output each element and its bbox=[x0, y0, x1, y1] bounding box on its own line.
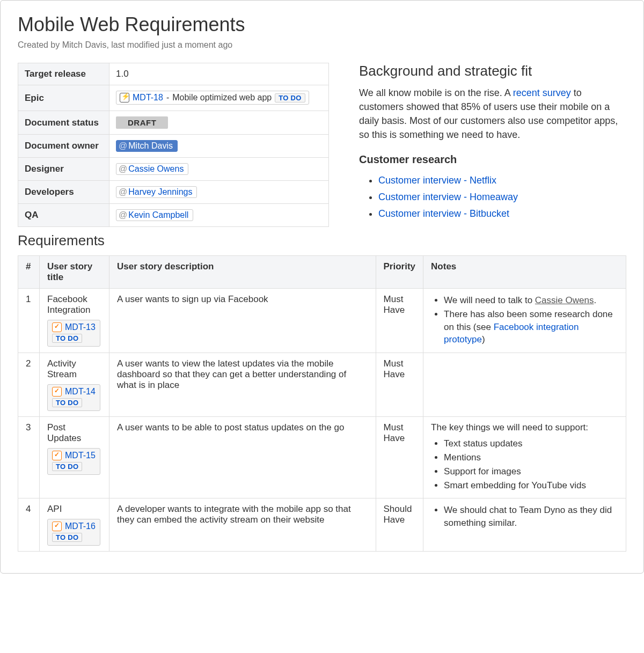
issue-status: TO DO bbox=[52, 462, 82, 471]
row-title: APIMDT-16TO DO bbox=[40, 498, 109, 552]
issue-key: MDT-16 bbox=[65, 522, 96, 531]
table-row: 2Activity StreamMDT-14TO DOA user wants … bbox=[18, 353, 626, 417]
research-list: Customer interview - Netflix Customer in… bbox=[359, 172, 626, 222]
story-issue-pill[interactable]: MDT-14TO DO bbox=[47, 384, 100, 411]
background-heading: Background and strategic fit bbox=[359, 63, 626, 79]
issue-key: MDT-15 bbox=[65, 451, 96, 460]
row-desc: A developer wants to integrate with the … bbox=[109, 498, 376, 552]
row-notes: We should chat to Team Dyno as they did … bbox=[423, 498, 626, 552]
research-heading: Customer research bbox=[359, 153, 626, 166]
mention-owner[interactable]: @ Mitch Davis bbox=[116, 140, 178, 152]
story-icon bbox=[52, 451, 62, 460]
row-title: Facebook IntegrationMDT-13TO DO bbox=[40, 289, 109, 353]
epic-key: MDT-18 bbox=[133, 93, 163, 102]
research-link[interactable]: Customer interview - Homeaway bbox=[378, 192, 518, 202]
list-item: Support for images bbox=[444, 465, 618, 478]
person-mention[interactable]: Cassie Owens bbox=[535, 295, 594, 305]
row-title: Post UpdatesMDT-15TO DO bbox=[40, 417, 109, 498]
mention-qa[interactable]: @ Kevin Campbell bbox=[116, 209, 193, 221]
row-priority: Should Have bbox=[376, 498, 423, 552]
meta-label-doc-owner: Document owner bbox=[18, 135, 109, 158]
meta-value-target-release: 1.0 bbox=[109, 63, 329, 85]
at-icon: @ bbox=[119, 164, 127, 174]
col-title: User story title bbox=[40, 256, 109, 289]
at-icon: @ bbox=[119, 187, 127, 197]
table-row: 4APIMDT-16TO DOA developer wants to inte… bbox=[18, 498, 626, 552]
row-priority: Must Have bbox=[376, 289, 423, 353]
epic-summary: Mobile optimized web app bbox=[172, 93, 272, 102]
story-issue-pill[interactable]: MDT-16TO DO bbox=[47, 519, 100, 546]
meta-label-developers: Developers bbox=[18, 181, 109, 204]
row-desc: A user wants to view the latest updates … bbox=[109, 353, 376, 417]
issue-key: MDT-13 bbox=[65, 322, 96, 332]
background-paragraph: We all know mobile is on the rise. A rec… bbox=[359, 86, 626, 142]
row-desc: A user wants to sign up via Facebook bbox=[109, 289, 376, 353]
story-icon bbox=[52, 387, 62, 397]
mention-designer[interactable]: @ Cassie Owens bbox=[116, 163, 188, 175]
col-notes: Notes bbox=[423, 256, 626, 289]
requirements-table: # User story title User story descriptio… bbox=[18, 255, 626, 552]
at-icon: @ bbox=[119, 210, 127, 220]
meta-label-target-release: Target release bbox=[18, 63, 109, 85]
epic-issue-pill[interactable]: MDT-18 - Mobile optimized web app TO DO bbox=[116, 91, 309, 105]
list-item: Text status updates bbox=[444, 437, 618, 450]
metadata-table: Target release 1.0 Epic MDT-18 - Mobile … bbox=[18, 63, 329, 227]
epic-icon bbox=[120, 93, 129, 102]
col-num: # bbox=[18, 256, 40, 289]
research-link[interactable]: Customer interview - Netflix bbox=[378, 175, 496, 186]
row-notes: The key things we will need to support:T… bbox=[423, 417, 626, 498]
doc-status-badge: DRAFT bbox=[116, 116, 168, 129]
meta-label-epic: Epic bbox=[18, 85, 109, 111]
meta-label-doc-status: Document status bbox=[18, 111, 109, 135]
list-item: We will need to talk to Cassie Owens. bbox=[444, 294, 618, 307]
mention-developer[interactable]: @ Harvey Jennings bbox=[116, 186, 197, 198]
story-icon bbox=[52, 522, 62, 531]
list-item: There has also been some research done o… bbox=[444, 308, 618, 346]
row-num: 4 bbox=[18, 498, 40, 552]
row-priority: Must Have bbox=[376, 353, 423, 417]
row-title: Activity StreamMDT-14TO DO bbox=[40, 353, 109, 417]
epic-status: TO DO bbox=[275, 93, 305, 102]
row-priority: Must Have bbox=[376, 417, 423, 498]
issue-status: TO DO bbox=[52, 334, 82, 343]
meta-label-qa: QA bbox=[18, 204, 109, 227]
row-num: 1 bbox=[18, 289, 40, 353]
table-row: 1Facebook IntegrationMDT-13TO DOA user w… bbox=[18, 289, 626, 353]
byline: Created by Mitch Davis, last modified ju… bbox=[18, 40, 626, 50]
row-num: 3 bbox=[18, 417, 40, 498]
story-issue-pill[interactable]: MDT-15TO DO bbox=[47, 448, 100, 475]
row-num: 2 bbox=[18, 353, 40, 417]
page-title: Mobile Web Requirements bbox=[18, 13, 626, 36]
list-item: We should chat to Team Dyno as they did … bbox=[444, 504, 618, 530]
row-notes: We will need to talk to Cassie Owens.The… bbox=[423, 289, 626, 353]
story-issue-pill[interactable]: MDT-13TO DO bbox=[47, 320, 100, 347]
col-priority: Priority bbox=[376, 256, 423, 289]
issue-status: TO DO bbox=[52, 398, 82, 407]
table-row: 3Post UpdatesMDT-15TO DOA user wants to … bbox=[18, 417, 626, 498]
requirements-heading: Requirements bbox=[18, 232, 626, 249]
issue-status: TO DO bbox=[52, 533, 82, 542]
issue-key: MDT-14 bbox=[65, 387, 96, 397]
row-notes bbox=[423, 353, 626, 417]
research-link[interactable]: Customer interview - Bitbucket bbox=[378, 208, 509, 219]
at-icon: @ bbox=[119, 141, 127, 151]
meta-label-designer: Designer bbox=[18, 158, 109, 181]
list-item: Mentions bbox=[444, 451, 618, 464]
story-icon bbox=[52, 322, 62, 332]
list-item: Smart embedding for YouTube vids bbox=[444, 479, 618, 492]
row-desc: A user wants to be able to post status u… bbox=[109, 417, 376, 498]
recent-survey-link[interactable]: recent survey bbox=[513, 87, 571, 98]
col-desc: User story description bbox=[109, 256, 376, 289]
